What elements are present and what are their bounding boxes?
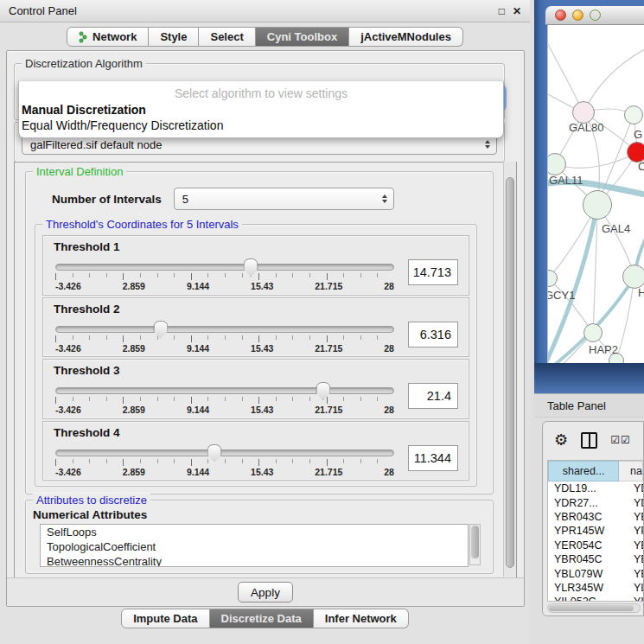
column-header-shared-name[interactable]: shared... [548, 461, 619, 481]
control-panel: Control Panel □ ✕ Network St [0, 0, 530, 644]
cell-shared-name[interactable]: YDL19... [548, 482, 622, 494]
dropdown-placeholder-option[interactable]: Select algorithm to view settings [19, 84, 503, 102]
tick-label: -3.426 [55, 281, 81, 291]
table-row[interactable]: YDR27... YDR2 [548, 495, 643, 509]
settings-vertical-scrollbar[interactable] [503, 162, 516, 577]
cell-shared-name[interactable]: YBR043C [548, 511, 622, 523]
threshold-value-field[interactable]: 11.344 [408, 445, 458, 471]
cell-shared-name[interactable]: YPR145W [548, 525, 622, 537]
node-label: C [638, 160, 644, 173]
cell-name[interactable]: YBR0 [622, 553, 643, 565]
table-horizontal-scrollbar[interactable] [547, 603, 641, 613]
split-columns-icon[interactable] [581, 432, 597, 449]
number-of-intervals-combobox[interactable]: 5 [174, 188, 394, 210]
node-label: GAL80 [569, 121, 603, 134]
tick-label: 9.144 [187, 467, 209, 477]
close-traffic-light-icon[interactable] [555, 10, 566, 21]
network-canvas[interactable]: GAL80 G C GAL11 GAL4 GCY1 H HAP2 [547, 25, 644, 363]
tab-cyni-toolbox[interactable]: Cyni Toolbox [256, 27, 349, 47]
close-icon[interactable]: ✕ [513, 5, 521, 17]
cell-shared-name[interactable]: YIL052C [548, 596, 622, 602]
slider-track[interactable] [55, 450, 394, 456]
cell-shared-name[interactable]: YDR27... [548, 497, 622, 509]
tab-discretize-data[interactable]: Discretize Data [210, 609, 314, 628]
cell-name[interactable]: YBR0 [622, 511, 643, 523]
settings-scroll-pane: Interval Definition Number of Intervals … [14, 162, 517, 578]
tab-infer-network[interactable]: Infer Network [314, 609, 409, 628]
float-window-icon[interactable]: □ [499, 5, 505, 17]
number-of-intervals-value: 5 [182, 193, 188, 206]
zoom-traffic-light-icon[interactable] [590, 10, 601, 21]
cyni-toolbox-content: Discretization Algorithm Select algorith… [6, 50, 525, 607]
minimize-traffic-light-icon[interactable] [572, 10, 583, 21]
numerical-attributes-list[interactable]: SelfLoops TopologicalCoefficient Between… [40, 524, 469, 567]
dropdown-option-manual-discretization[interactable]: Manual Discretization [19, 102, 503, 118]
cell-name[interactable]: YIL0 [622, 596, 643, 602]
table-row[interactable]: YBL079W YBL0 [548, 566, 643, 580]
network-node[interactable] [624, 105, 643, 124]
table-rows: YDL19... YDL1 YDR27... YDR2 YBR043C YBR0 [548, 481, 643, 602]
network-node[interactable] [622, 265, 644, 289]
attribute-list-item[interactable]: TopologicalCoefficient [41, 539, 468, 554]
table-row[interactable]: YBR043C YBR0 [548, 510, 643, 524]
tab-label: jActiveMNodules [360, 30, 451, 43]
cell-name[interactable]: YER0 [622, 539, 643, 552]
column-header-name[interactable]: na [619, 461, 643, 481]
table-row[interactable]: YBR045C YBR0 [548, 552, 643, 566]
tab-label: Style [160, 30, 187, 43]
table-row[interactable]: YER054C YER0 [548, 539, 643, 552]
cell-name[interactable]: YDL1 [622, 482, 643, 494]
tab-network[interactable]: Network [67, 27, 149, 47]
cell-name[interactable]: YDR2 [622, 497, 643, 509]
cell-name[interactable]: YPR1 [622, 525, 643, 537]
network-window-bottom-frame [534, 363, 644, 393]
threshold-slider[interactable]: -3.426 2.859 9.144 15.43 [55, 381, 394, 415]
threshold-slider[interactable]: -3.426 2.859 9.144 15.43 [55, 443, 394, 477]
tick-label: 9.144 [187, 343, 209, 354]
apply-button[interactable]: Apply [238, 582, 293, 603]
tab-style[interactable]: Style [149, 27, 199, 47]
tab-jactivemnodules[interactable]: jActiveMNodules [349, 27, 463, 47]
tab-label: Discretize Data [221, 612, 302, 625]
threshold-value-field[interactable]: 6.316 [408, 322, 458, 348]
table-row[interactable]: YIL052C YIL0 [548, 595, 643, 602]
table-row[interactable]: YLR345W YLR3 [548, 581, 643, 595]
gear-icon[interactable]: ⚙ [554, 432, 568, 448]
tab-impute-data[interactable]: Impute Data [121, 609, 209, 628]
threshold-value-field[interactable]: 21.4 [408, 383, 458, 409]
scrollbar-thumb[interactable] [471, 526, 479, 558]
dropdown-option-equal-width-frequency[interactable]: Equal Width/Frequency Discretization [19, 118, 503, 133]
tab-label: Network [92, 30, 137, 43]
tick-label: 2.859 [123, 281, 145, 291]
scrollbar-thumb[interactable] [506, 177, 514, 568]
network-view-window: GAL80 G C GAL11 GAL4 GCY1 H HAP2 [534, 0, 644, 393]
network-window-titlebar[interactable] [545, 6, 644, 25]
slider-track[interactable] [55, 326, 394, 333]
cell-name[interactable]: YBL0 [622, 568, 643, 580]
cell-shared-name[interactable]: YLR345W [548, 582, 622, 594]
threshold-slider[interactable]: -3.426 2.859 9.144 15.43 [55, 258, 394, 291]
table-row[interactable]: YDL19... YDL1 [548, 481, 643, 495]
tab-select[interactable]: Select [199, 27, 255, 47]
slider-track[interactable] [55, 264, 394, 271]
cell-shared-name[interactable]: YBR045C [548, 553, 622, 565]
cell-shared-name[interactable]: YER054C [548, 539, 622, 552]
network-node[interactable] [583, 190, 612, 220]
node-label: G [634, 128, 642, 141]
tick-label: 28 [384, 467, 394, 477]
attributes-list-scrollbar[interactable] [469, 524, 481, 565]
threshold-value-field[interactable]: 14.713 [408, 259, 458, 285]
cell-name[interactable]: YLR3 [622, 582, 643, 594]
slider-track[interactable] [55, 387, 394, 394]
attribute-list-item[interactable]: SelfLoops [41, 525, 468, 539]
network-node[interactable] [583, 323, 603, 342]
tick-label: 21.715 [315, 281, 342, 291]
threshold-slider[interactable]: -3.426 2.859 9.144 15.43 [55, 320, 394, 354]
node-label: HAP2 [589, 343, 618, 356]
cell-shared-name[interactable]: YBL079W [548, 568, 622, 580]
table-row[interactable]: YPR145W YPR1 [548, 524, 643, 538]
scrollbar-thumb[interactable] [549, 605, 634, 611]
node-attribute-table: shared... na YDL19... YDL1 YDR27... YDR2 [547, 460, 643, 602]
select-columns-checkboxes-icon[interactable]: ☑☑ [610, 434, 631, 446]
attribute-list-item[interactable]: BetweennessCentrality [41, 554, 468, 567]
